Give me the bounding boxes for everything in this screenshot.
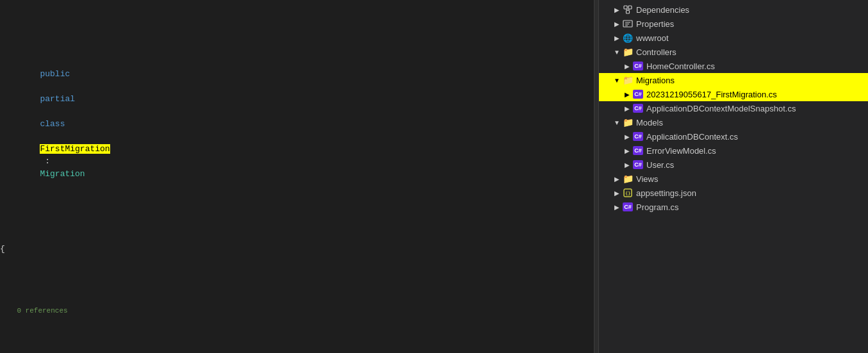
tree-label-properties: Properties [636, 19, 674, 29]
tree-item-views[interactable]: 📁 Views [599, 172, 868, 186]
svg-rect-0 [624, 6, 627, 9]
tree-label-errorviewmodel: ErrorViewModel.cs [646, 146, 716, 156]
json-icon: {} [622, 188, 634, 198]
tree-item-snapshot[interactable]: C# ApplicationDBContextModelSnapshot.cs [599, 101, 868, 115]
tree-label-controllers: Controllers [636, 47, 676, 57]
tree-label-migrations: Migrations [636, 76, 675, 85]
chevron-icon [622, 61, 632, 71]
panel-divider[interactable] [594, 0, 599, 353]
tree-item-wwwroot[interactable]: 🌐 wwwroot [599, 31, 868, 45]
code-content: public partial class FirstMigration : Mi… [0, 0, 594, 353]
tree-label-homecontroller: HomeController.cs [646, 62, 715, 71]
tree-item-properties[interactable]: Properties [599, 17, 868, 31]
svg-text:{}: {} [625, 191, 630, 196]
cs-icon: C# [632, 131, 644, 142]
chevron-icon [622, 145, 632, 156]
tree-item-errorviewmodel[interactable]: C# ErrorViewModel.cs [599, 144, 868, 158]
cs-icon: C# [632, 160, 644, 170]
tree-item-program[interactable]: C# Program.cs [599, 200, 868, 214]
cs-icon: C# [622, 202, 634, 212]
tree-item-user[interactable]: C# User.cs [599, 158, 868, 172]
tree-item-controllers[interactable]: 📁 Controllers [599, 45, 868, 59]
chevron-icon [612, 4, 622, 15]
code-line: public partial class FirstMigration : Mi… [0, 55, 594, 193]
code-editor: public partial class FirstMigration : Mi… [0, 0, 594, 353]
folder-icon: 📁 [622, 117, 634, 127]
tree-label-firstmigration-file: 20231219055617_FirstMigration.cs [646, 90, 777, 99]
solution-explorer: Dependencies Properties 🌐 wwwroot 📁 Cont… [599, 0, 868, 353]
tree-item-firstmigration-file[interactable]: C# 20231219055617_FirstMigration.cs [599, 87, 868, 101]
tree-item-appsettings[interactable]: {} appsettings.json [599, 186, 868, 200]
tree-label-program: Program.cs [636, 202, 678, 212]
chevron-icon [622, 103, 632, 113]
tree-label-appsettings: appsettings.json [636, 188, 696, 198]
svg-rect-1 [628, 6, 632, 9]
chevron-icon [612, 174, 622, 184]
chevron-icon [612, 188, 622, 198]
tree-item-appdbcontext[interactable]: C# ApplicationDBContext.cs [599, 129, 868, 144]
folder-icon: 📁 [622, 47, 634, 57]
tree-label-wwwroot: wwwroot [636, 33, 669, 43]
chevron-icon [622, 89, 632, 99]
tree-label-user: User.cs [646, 160, 674, 170]
tree-item-models[interactable]: 📁 Models [599, 115, 868, 129]
tree-item-migrations[interactable]: 📁 Migrations [599, 73, 868, 87]
tree-label-snapshot: ApplicationDBContextModelSnapshot.cs [646, 104, 796, 113]
folder-icon: 📁 [622, 75, 634, 85]
svg-rect-2 [626, 10, 630, 13]
cs-icon: C# [632, 103, 644, 113]
folder-icon: 📁 [622, 174, 634, 184]
tree-item-dependencies[interactable]: Dependencies [599, 3, 868, 17]
chevron-icon [622, 131, 632, 142]
cs-icon: C# [632, 145, 644, 156]
tree-label-models: Models [636, 118, 663, 127]
dependencies-icon [622, 4, 634, 15]
tree-label-views: Views [636, 174, 658, 184]
tree-label-appdbcontext: ApplicationDBContext.cs [646, 132, 738, 142]
code-line: { [0, 243, 594, 256]
chevron-icon [612, 47, 622, 57]
globe-icon: 🌐 [622, 33, 634, 43]
chevron-icon [612, 19, 622, 29]
chevron-icon [612, 75, 622, 85]
cs-icon: C# [632, 61, 644, 71]
chevron-icon [622, 160, 632, 170]
cs-icon: C# [632, 89, 644, 99]
code-line: 0 references [0, 306, 594, 318]
chevron-icon [612, 202, 622, 212]
chevron-icon [612, 33, 622, 43]
chevron-icon [612, 117, 622, 127]
tree-label-dependencies: Dependencies [636, 5, 689, 15]
properties-icon [622, 19, 634, 29]
tree-item-homecontroller[interactable]: C# HomeController.cs [599, 59, 868, 73]
